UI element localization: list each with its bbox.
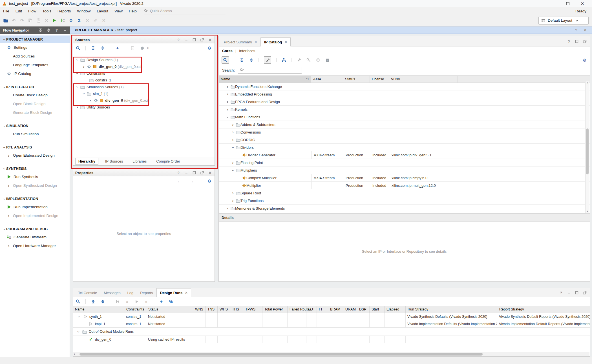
ip-row-memories-storage-elements[interactable]: ›Memories & Storage Elements: [219, 205, 590, 212]
quick-access-input[interactable]: Quick Access: [144, 8, 226, 14]
ip-row-dynamic-function-exchange[interactable]: ›Dynamic Function eXchange: [219, 83, 590, 90]
expander-closed-icon[interactable]: ›: [88, 98, 92, 103]
ip-row-kernels[interactable]: ›Kernels: [219, 106, 590, 113]
ip-row-multipliers[interactable]: ›Multipliers: [219, 167, 590, 174]
runs-tool-step-forward[interactable]: »: [144, 299, 149, 304]
toolbar-button-delete[interactable]: ✕: [44, 18, 49, 23]
ip-row-floating-point[interactable]: ›Floating Point: [219, 159, 590, 167]
expander-closed-icon[interactable]: ›: [82, 64, 86, 69]
column-header-vlnv[interactable]: VLNV: [389, 76, 458, 83]
toolbar-button-run[interactable]: [52, 18, 57, 23]
expander-closed-icon[interactable]: ›: [231, 191, 235, 195]
panel-float[interactable]: [582, 39, 587, 44]
toolbar-button-redo[interactable]: ↷: [20, 18, 24, 23]
panel-help[interactable]: ?: [176, 170, 181, 175]
tree-row-sim-1[interactable]: ›sim_1 (1): [73, 90, 215, 97]
tab-compile-order[interactable]: Compile Order: [153, 158, 183, 164]
column-header-license[interactable]: License: [370, 76, 389, 83]
toolbar-button-gear-blue[interactable]: ⚙: [69, 18, 73, 23]
expander-open-icon[interactable]: ›: [75, 58, 80, 62]
ip-tool-key[interactable]: [306, 58, 311, 62]
expander-closed-icon[interactable]: ›: [226, 99, 229, 104]
column-header-lut[interactable]: LUT: [306, 306, 317, 313]
panel-close[interactable]: ✕: [208, 170, 212, 175]
sidebar-item-open-synthesized-design[interactable]: ›Open Synthesized Design: [0, 181, 70, 190]
expander-closed-icon[interactable]: ›: [231, 122, 235, 127]
ip-row-divider-generator[interactable]: Divider GeneratorAXI4-StreamProductionIn…: [219, 151, 590, 159]
panel-float[interactable]: [200, 37, 204, 42]
expander-open-icon[interactable]: ›: [226, 115, 230, 119]
toolbar-button-cancel-disabled[interactable]: ✕: [85, 18, 90, 23]
ip-scrollbar-vertical[interactable]: ˄ ˅: [585, 81, 589, 213]
expander-closed-icon[interactable]: ›: [231, 137, 235, 142]
column-header-constraints[interactable]: Constraints: [124, 306, 146, 313]
expander-open-icon[interactable]: ›: [2, 145, 7, 149]
expander-closed-icon[interactable]: ›: [226, 107, 229, 112]
tree-row-constrs-1[interactable]: ›constrs_1: [73, 77, 215, 83]
window-close-icon[interactable]: ✕: [580, 1, 585, 6]
sources-tool-collapse[interactable]: [91, 46, 95, 50]
menu-help[interactable]: Help: [126, 7, 140, 15]
ip-row-conversions[interactable]: ›Conversions: [219, 128, 590, 136]
runs-tool-search[interactable]: [76, 299, 80, 304]
expander-open-icon[interactable]: ›: [231, 168, 235, 172]
menu-edit[interactable]: Edit: [12, 7, 25, 15]
column-header-wns[interactable]: WNS: [193, 306, 206, 313]
column-header-name[interactable]: Name: [73, 306, 124, 313]
toolbar-button-open-folder[interactable]: [3, 18, 8, 23]
fn-header-expand[interactable]: [46, 28, 51, 32]
ip-tool-chip[interactable]: [316, 58, 320, 62]
column-header-uram[interactable]: URAM: [343, 306, 357, 313]
expander-closed-icon[interactable]: ›: [75, 105, 79, 109]
tab-design-runs[interactable]: Design Runs✕: [156, 288, 191, 297]
sources-tool-add[interactable]: +: [115, 46, 120, 50]
column-header-elapsed[interactable]: Elapsed: [385, 306, 406, 313]
expander-open-icon[interactable]: ›: [2, 124, 7, 128]
sidebar-item-add-sources[interactable]: Add Sources: [0, 52, 70, 61]
panel-close[interactable]: ✕: [208, 37, 212, 42]
column-header-report-strategy[interactable]: Report Strategy: [497, 306, 590, 313]
panel-maximize[interactable]: [192, 37, 196, 42]
panel-maximize[interactable]: [575, 290, 579, 295]
expander-open-icon[interactable]: ›: [82, 92, 86, 96]
sidebar-item-open-hardware-manager[interactable]: ›Open Hardware Manager: [0, 241, 70, 250]
expander-closed-icon[interactable]: ›: [7, 244, 11, 248]
expander-open-icon[interactable]: ›: [2, 85, 7, 89]
ip-row-complex-multiplier[interactable]: Complex MultiplierAXI4-StreamProductionI…: [219, 174, 590, 182]
tab-ip-sources[interactable]: IP Sources: [102, 158, 126, 164]
scrollbar-thumb[interactable]: [79, 353, 483, 356]
panel-minimize[interactable]: ‒: [184, 170, 189, 175]
ip-tool-settings[interactable]: ⚙: [582, 58, 587, 62]
sources-tool-expand[interactable]: [100, 46, 105, 50]
sources-tool-badge[interactable]: [140, 46, 144, 50]
expander-closed-icon[interactable]: ›: [7, 183, 11, 188]
sidebar-item-generate-block-design[interactable]: Generate Block Design: [0, 108, 70, 117]
tab-tcl-console[interactable]: Tcl Console: [75, 288, 100, 297]
column-header-whs[interactable]: WHS: [218, 306, 230, 313]
panel-minimize[interactable]: ‒: [567, 290, 571, 295]
sidebar-item-settings[interactable]: ⚙Settings: [0, 43, 70, 52]
column-header-tpws[interactable]: TPWS: [243, 306, 262, 313]
sidebar-item-run-implementation[interactable]: Run Implementation: [0, 203, 70, 211]
tab-close-icon[interactable]: ✕: [185, 291, 187, 295]
expander-closed-icon[interactable]: ›: [7, 153, 11, 158]
tree-row-div-gen-0[interactable]: ›div_gen_0 (div_gen_0.xci): [73, 97, 215, 104]
tab-reports[interactable]: Reports: [137, 288, 156, 297]
ip-row-fpga-features-and-design[interactable]: ›FPGA Features and Design: [219, 98, 590, 106]
toolbar-button-undo[interactable]: ↶: [12, 18, 16, 23]
expander-open-icon[interactable]: ›: [231, 146, 235, 150]
banner-help[interactable]: ?: [574, 28, 578, 32]
run-row-impl-1[interactable]: ›impl_1constrs_1Not startedVivado Implem…: [73, 320, 590, 328]
menu-view[interactable]: View: [111, 7, 126, 15]
menu-reports[interactable]: Reports: [54, 7, 74, 15]
sidebar-item-ip-catalog[interactable]: IP Catalog: [0, 69, 70, 78]
tab-project-summary[interactable]: Project Summary✕: [220, 38, 260, 46]
toolbar-button-paste[interactable]: [36, 18, 41, 23]
ip-row-square-root[interactable]: ›Square Root: [219, 189, 590, 197]
scroll-down-icon[interactable]: ˅: [586, 209, 589, 213]
tree-row-simulation-sources[interactable]: ›Simulation Sources (1): [73, 83, 215, 90]
column-header-tns[interactable]: TNS: [206, 306, 218, 313]
menu-layout[interactable]: Layout: [94, 7, 111, 15]
column-header-ff[interactable]: FF: [317, 306, 328, 313]
tab-hierarchy[interactable]: Hierarchy: [75, 158, 98, 165]
